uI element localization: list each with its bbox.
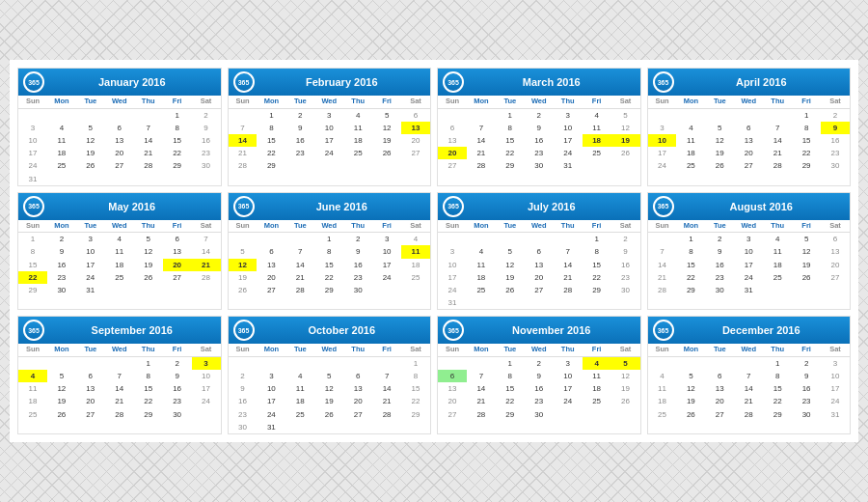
- cal-grid-12: SunMonTueWedThuFriSat1234567891011121314…: [648, 344, 851, 420]
- cal-cell: 20: [525, 271, 554, 284]
- day-header: Sun: [438, 344, 467, 357]
- cal-cell: 22: [163, 147, 192, 159]
- cal-cell: 17: [18, 147, 47, 159]
- cal-cell: 25: [583, 147, 611, 159]
- day-header: Tue: [496, 96, 525, 109]
- month-title-6: June 2016: [258, 201, 426, 212]
- cal-cell: 7: [134, 122, 163, 134]
- cal-cell: [401, 421, 430, 433]
- cal-grid-4: SunMonTueWedThuFriSat1234567891011121314…: [648, 96, 851, 172]
- day-header: Wed: [105, 220, 134, 234]
- day-header: Sat: [401, 220, 430, 234]
- cal-cell: 24: [372, 271, 401, 284]
- cal-cell: 9: [343, 245, 372, 258]
- cal-cell: 16: [611, 259, 640, 271]
- cal-cell: 14: [372, 382, 401, 395]
- cal-cell: [705, 357, 734, 370]
- cal-cell: [285, 159, 314, 172]
- cal-cell: [76, 109, 105, 122]
- cal-cell: [285, 357, 314, 370]
- cal-cell: 4: [763, 233, 792, 245]
- cal-cell: 10: [554, 122, 583, 134]
- cal-cell: [229, 357, 258, 370]
- cal-cell: 20: [163, 259, 192, 271]
- cal-cell: 30: [47, 284, 76, 296]
- cal-cell: 13: [343, 382, 372, 395]
- cal-cell: 26: [611, 395, 640, 407]
- cal-cell: 12: [314, 382, 343, 395]
- cal-cell: 21: [467, 395, 496, 407]
- cal-cell: 1: [792, 109, 821, 122]
- cal-cell: [467, 296, 496, 309]
- cal-cell: 7: [372, 370, 401, 382]
- cal-cell: 2: [192, 109, 221, 122]
- cal-cell: 25: [583, 395, 611, 407]
- cal-cell: 6: [401, 109, 430, 122]
- day-header: Sun: [18, 96, 47, 109]
- month-block-8: 365August 2016SunMonTueWedThuFriSat12345…: [647, 192, 852, 311]
- cal-cell: 11: [401, 245, 430, 258]
- cal-cell: [611, 408, 640, 421]
- cal-cell: 4: [18, 370, 47, 382]
- cal-cell: 15: [257, 134, 285, 147]
- cal-cell: 11: [763, 245, 792, 258]
- cal-cell: 3: [18, 122, 47, 134]
- cal-cell: 2: [525, 109, 554, 122]
- cal-cell: [792, 284, 821, 296]
- cal-cell: [648, 109, 677, 122]
- cal-cell: 18: [648, 395, 677, 407]
- cal-cell: 30: [821, 159, 850, 172]
- day-header: Fri: [583, 220, 611, 234]
- cal-cell: 19: [496, 271, 525, 284]
- cal-cell: 11: [285, 382, 314, 395]
- day-header: Sat: [401, 96, 430, 109]
- day-header: Fri: [372, 96, 401, 109]
- day-header: Tue: [76, 96, 105, 109]
- day-header: Fri: [163, 220, 192, 234]
- cal-cell: [401, 159, 430, 172]
- cal-cell: 30: [611, 284, 640, 296]
- cal-cell: 26: [314, 408, 343, 421]
- cal-cell: [467, 233, 496, 245]
- cal-cell: [467, 357, 496, 370]
- cal-cell: 30: [525, 159, 554, 172]
- cal-cell: 20: [734, 147, 763, 159]
- cal-cell: 27: [734, 159, 763, 172]
- cal-cell: 7: [467, 122, 496, 134]
- cal-cell: [134, 109, 163, 122]
- cal-cell: 7: [285, 245, 314, 258]
- cal-cell: 8: [676, 245, 705, 258]
- cal-grid-10: SunMonTueWedThuFriSat1234567891011121314…: [229, 344, 431, 433]
- cal-cell: 11: [105, 245, 134, 258]
- day-header: Mon: [676, 344, 705, 357]
- cal-cell: 6: [163, 233, 192, 245]
- cal-cell: 25: [285, 408, 314, 421]
- cal-cell: 16: [163, 382, 192, 395]
- cal-cell: 19: [134, 259, 163, 271]
- cal-cell: 16: [192, 134, 221, 147]
- cal-cell: [648, 357, 677, 370]
- cal-cell: 21: [467, 147, 496, 159]
- month-title-9: September 2016: [48, 324, 216, 336]
- cal-cell: 12: [705, 134, 734, 147]
- cal-cell: 24: [821, 395, 850, 407]
- cal-cell: 8: [496, 370, 525, 382]
- cal-cell: 28: [229, 159, 258, 172]
- cal-cell: 5: [134, 233, 163, 245]
- cal-cell: 12: [676, 382, 705, 395]
- cal-grid-6: SunMonTueWedThuFriSat1234567891011121314…: [229, 220, 431, 296]
- cal-cell: 20: [343, 395, 372, 407]
- cal-cell: [583, 159, 611, 172]
- day-header: Thu: [134, 96, 163, 109]
- day-header: Thu: [554, 96, 583, 109]
- cal-cell: 26: [134, 271, 163, 284]
- day-header: Thu: [134, 344, 163, 357]
- cal-cell: 15: [314, 259, 343, 271]
- cal-cell: [105, 109, 134, 122]
- cal-cell: 27: [401, 147, 430, 159]
- cal-cell: 31: [734, 284, 763, 296]
- badge-365: 365: [23, 71, 44, 93]
- day-header: Wed: [525, 344, 554, 357]
- cal-cell: 12: [792, 245, 821, 258]
- cal-cell: 19: [372, 134, 401, 147]
